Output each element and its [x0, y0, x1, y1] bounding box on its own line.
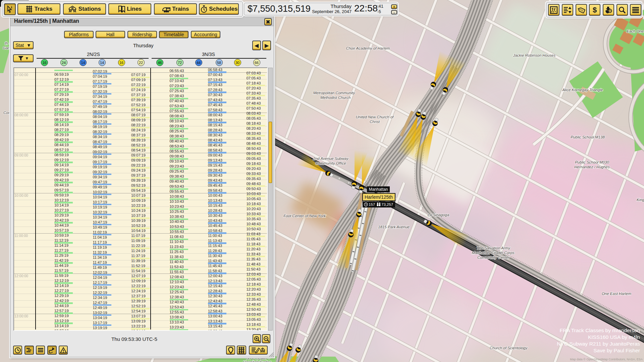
svg-text:KISS160 USA by m4ln: KISS160 USA by m4ln — [588, 334, 640, 340]
svg-text:United New Church of: United New Church of — [356, 115, 394, 119]
svg-text:Public School M030: Public School M030 — [575, 160, 609, 164]
svg-text:Manhattan Citadel Corps: Manhattan Citadel Corps — [472, 251, 514, 255]
svg-text:Community Office: Community Office — [315, 161, 346, 165]
svg-text:Foot Center of New York: Foot Center of New York — [283, 214, 326, 218]
svg-text:Map data © OpenStreetMap Contr: Map data © OpenStreetMap Contributors, N… — [570, 358, 643, 361]
svg-text:The Salvation Army: The Salvation Army — [477, 246, 511, 250]
svg-text:Jackie Robinson Houses: Jackie Robinson Houses — [513, 53, 556, 57]
svg-text:1815 Park Avenue: 1815 Park Avenue — [378, 225, 410, 229]
svg-text:La Sinagoga: La Sinagoga — [428, 213, 449, 217]
svg-text:Hospitals/Carter: Hospitals/Carter — [243, 360, 271, 362]
svg-text:King: King — [637, 198, 644, 202]
svg-text:Community Center: Community Center — [477, 255, 510, 259]
svg-text:Church of Scientology: Church of Scientology — [490, 346, 528, 350]
svg-text:Methodist Church: Methodist Church — [320, 96, 351, 100]
svg-text:Con: Con — [3, 111, 10, 115]
svg-text:Choir Academy of Harlem: Choir Academy of Harlem — [346, 46, 390, 50]
svg-text:2nd Avenue Subway: 2nd Avenue Subway — [313, 157, 349, 161]
svg-text:NYC Subway R211 by JuanitoPera: NYC Subway R211 by JuanitoPeras — [557, 341, 640, 347]
svg-text:Alice Kornegay Triangle: Alice Kornegay Triangle — [562, 88, 603, 92]
svg-text:Harlem/125th: Harlem/125th — [365, 194, 393, 200]
svg-text:Manhattan: Manhattan — [369, 187, 388, 192]
svg-text:Metropolitan Community: Metropolitan Community — [313, 91, 356, 95]
svg-text:Public School M138: Public School M138 — [571, 135, 605, 139]
svg-text:73,257: 73,257 — [381, 202, 393, 206]
svg-text:Save by Paul Fisher: Save by Paul Fisher — [593, 348, 640, 353]
svg-text:Christ: Christ — [370, 120, 380, 124]
svg-text:157: 157 — [369, 202, 375, 206]
svg-text:One East Harlem: One East Harlem — [602, 292, 632, 296]
svg-text:Hernandez / Hughes: Hernandez / Hughes — [574, 165, 610, 169]
svg-text:FRA Track Classes by mranderso: FRA Track Classes by mranderson — [560, 327, 640, 333]
svg-text:i: i — [11, 5, 12, 9]
svg-text:Each One T: Each One T — [627, 29, 644, 33]
svg-text:$: $ — [593, 6, 597, 14]
